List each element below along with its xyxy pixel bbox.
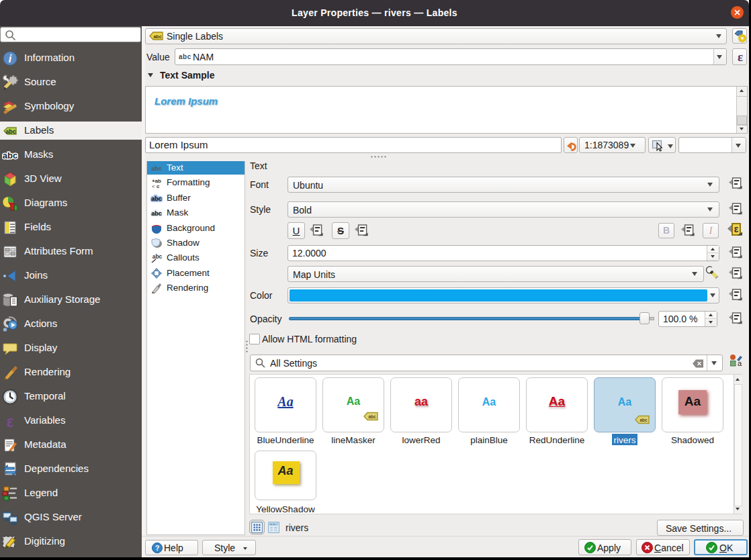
svg-text:abc: abc [151, 210, 162, 217]
svg-text:< c: < c [152, 183, 160, 189]
svg-text:abc: abc [368, 414, 376, 419]
svg-text:abc: abc [151, 165, 162, 172]
svg-text:abc: abc [3, 150, 17, 160]
svg-text:ε: ε [6, 413, 13, 429]
svg-text:abc: abc [639, 418, 648, 422]
svg-text:a: a [738, 359, 742, 367]
svg-text:i: i [9, 53, 12, 64]
svg-text:abc: abc [151, 195, 162, 202]
svg-text:abc: abc [152, 253, 163, 260]
svg-text:abc: abc [5, 128, 16, 135]
svg-text:?: ? [155, 544, 160, 552]
svg-text:ε: ε [734, 224, 739, 234]
svg-text:abc: abc [153, 34, 161, 39]
